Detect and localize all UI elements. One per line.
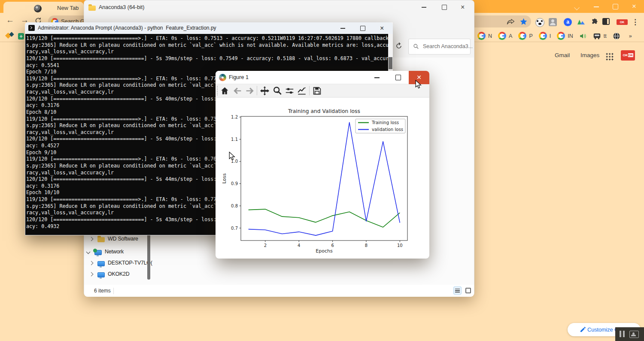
- bookmark-item[interactable]: P: [518, 32, 532, 40]
- search-icon: [413, 43, 419, 49]
- items-count: 6 items: [94, 285, 111, 297]
- figure-window: Figure 1 ✕ Training and Validation loss2…: [216, 71, 429, 259]
- device-icon: [593, 32, 601, 40]
- profile-avatar[interactable]: OKOK: [621, 50, 635, 61]
- subplots-icon[interactable]: [285, 86, 294, 95]
- legend-label: validation loss: [372, 127, 403, 132]
- google-g-icon: [518, 32, 526, 40]
- terminal-maximize-button[interactable]: [360, 26, 365, 31]
- extension-mountain-icon[interactable]: [577, 18, 585, 26]
- save-icon[interactable]: [313, 86, 322, 95]
- speaker-icon: [579, 32, 587, 40]
- customize-chrome-label: Customize C: [587, 323, 618, 336]
- x-axis-label: Epochs: [316, 248, 333, 254]
- terminal-scrollbar-thumb[interactable]: [389, 57, 392, 69]
- tab-favicon-icon: [34, 5, 42, 12]
- expander-chevron-icon[interactable]: [89, 261, 94, 265]
- bookmark-item[interactable]: [579, 32, 587, 40]
- figure-minimize-button[interactable]: [374, 77, 380, 78]
- toolbar-grip[interactable]: [217, 86, 219, 95]
- terminal-line: 119/120 [============================>.]…: [26, 35, 389, 42]
- figure-titlebar: Figure 1 ✕: [216, 71, 429, 84]
- extension-okok-icon[interactable]: OK: [617, 19, 628, 25]
- extension-a-icon[interactable]: a: [564, 18, 572, 26]
- tree-item-desktop-tv7lq[interactable]: DESKTOP-TV7LQ(: [84, 257, 170, 268]
- bookmark-star-icon[interactable]: [519, 18, 528, 26]
- extension-puzzle-icon[interactable]: [591, 18, 598, 26]
- apps-grid-icon[interactable]: [605, 52, 614, 61]
- bookmark-item[interactable]: »: [626, 33, 632, 39]
- customize-plot-icon[interactable]: [297, 86, 307, 95]
- bookmark-item[interactable]: IN: [557, 32, 573, 40]
- bookmark-item[interactable]: N: [477, 32, 492, 40]
- terminal-close-button[interactable]: ×: [380, 22, 384, 34]
- refresh-icon[interactable]: [395, 42, 403, 50]
- browser-menu-kebab-icon[interactable]: ⋮: [632, 18, 635, 26]
- zoom-icon[interactable]: [273, 86, 282, 95]
- y-tick-label: 1.1: [231, 137, 238, 142]
- toolbar-separator: [257, 86, 257, 95]
- explorer-minimize-button[interactable]: [422, 7, 426, 8]
- google-g-icon: [477, 32, 486, 40]
- bookmark-label: tt: [604, 33, 607, 39]
- expander-chevron-icon[interactable]: [89, 272, 94, 276]
- y-tick-label: 0.7: [231, 226, 238, 231]
- share-icon[interactable]: [507, 18, 515, 25]
- terminal-titlebar: Administrator: Anaconda Prompt (Anaconda…: [25, 22, 393, 34]
- browser-close-button[interactable]: ×: [631, 1, 638, 12]
- bookmark-label: P: [529, 33, 532, 39]
- explorer-maximize-button[interactable]: [442, 5, 447, 10]
- thumbnail-view-icon[interactable]: [465, 288, 471, 293]
- bookmark-label: A: [509, 33, 512, 39]
- y-axis-label: Loss: [222, 173, 227, 183]
- x-tick-label: 6: [331, 243, 334, 248]
- y-tick-label: 1.2: [231, 115, 238, 119]
- browser-minimize-button[interactable]: [594, 6, 599, 7]
- bookmark-label: »: [629, 33, 632, 39]
- terminal-line: acy: 0.5541: [26, 62, 389, 69]
- figure-maximize-button[interactable]: [395, 75, 401, 80]
- tree-item-label: DESKTOP-TV7LQ(: [108, 257, 152, 268]
- google-g-icon: [557, 32, 565, 40]
- bookmark-item[interactable]: I: [539, 32, 551, 40]
- gmail-link[interactable]: Gmail: [555, 52, 570, 58]
- sidebar-toggle-icon[interactable]: [602, 18, 610, 25]
- back-button[interactable]: ←: [6, 15, 14, 25]
- bookmark-item[interactable]: tt: [593, 32, 607, 40]
- terminal-minimize-button[interactable]: [340, 28, 345, 29]
- terminal-title: Administrator: Anaconda Prompt (Anaconda…: [38, 22, 216, 34]
- legend-label: Training loss: [371, 120, 399, 125]
- bookmark-item[interactable]: [613, 32, 620, 40]
- forward-icon[interactable]: [245, 86, 254, 95]
- pan-icon[interactable]: [260, 86, 270, 96]
- explorer-statusbar: 6 items: [84, 285, 474, 297]
- bookmark-item[interactable]: A: [498, 32, 512, 40]
- tree-item-network[interactable]: Network: [84, 246, 170, 257]
- list-view-icon[interactable]: [453, 286, 462, 295]
- tree-item-label: Network: [105, 246, 124, 257]
- browser-maximize-button[interactable]: [613, 4, 618, 9]
- pause-icon[interactable]: [620, 331, 621, 337]
- bookmark-label: I: [550, 33, 551, 39]
- expander-chevron-icon[interactable]: [89, 237, 94, 241]
- x-tick-label: 4: [298, 243, 300, 248]
- pip-icon[interactable]: [629, 331, 639, 338]
- explorer-title: Anaconda3 (64-bit): [99, 0, 144, 14]
- tree-item-label: OKOK2D: [108, 268, 129, 280]
- computer-icon: [97, 272, 105, 277]
- explorer-close-button[interactable]: ×: [461, 0, 465, 14]
- terminal-line: racy,val_loss,val_accuracy,lr: [26, 49, 389, 55]
- y-tick-label: 0.9: [231, 181, 238, 186]
- home-icon[interactable]: [220, 86, 229, 95]
- green-plus-bookmark-icon[interactable]: +: [18, 33, 24, 40]
- extension-person-icon[interactable]: [549, 18, 557, 26]
- expander-chevron-icon[interactable]: [86, 250, 91, 254]
- extension-panda-icon[interactable]: [535, 18, 544, 27]
- tree-scrollbar[interactable]: [147, 233, 150, 280]
- images-link[interactable]: Images: [580, 52, 599, 58]
- computer-icon: [97, 261, 105, 266]
- pause-icon2[interactable]: [623, 331, 625, 337]
- tree-item-okok2d[interactable]: OKOK2D: [84, 268, 170, 280]
- explorer-titlebar: Anaconda3 (64-bit) ×: [84, 0, 474, 14]
- back-icon[interactable]: [233, 86, 242, 95]
